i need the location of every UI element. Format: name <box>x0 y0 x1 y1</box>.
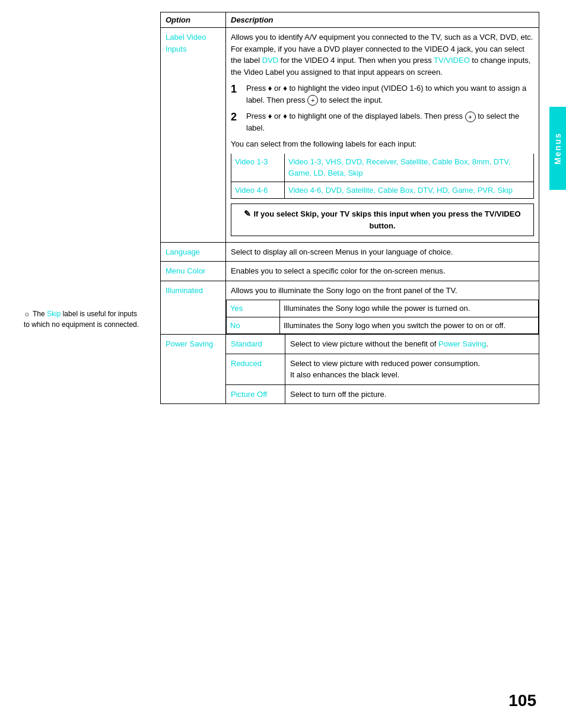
table-row-power-saving: Power Saving Standard Select to view pic… <box>161 335 539 354</box>
desc-label-video: Allows you to identify A/V equipment you… <box>226 28 539 243</box>
side-tab: Menus <box>549 107 566 190</box>
enter-button-icon-2: + <box>465 112 476 122</box>
option-no: No <box>227 317 280 334</box>
video-range-2: Video 4-6 <box>231 182 285 199</box>
option-yes: Yes <box>227 300 280 317</box>
option-picture-off: Picture Off <box>226 384 285 404</box>
option-label-video: Label Video Inputs <box>161 28 226 243</box>
desc-illuminated-intro: Allows you to illuminate the Sony logo o… <box>226 281 539 300</box>
desc-standard: Select to view picture without the benef… <box>285 335 539 354</box>
header-option: Option <box>161 12 226 28</box>
desc-picture-off: Select to turn off the picture. <box>285 384 539 404</box>
video-labels-1: Video 1-3, VHS, DVD, Receiver, Satellite… <box>285 154 534 182</box>
video-row-1-3: Video 1-3 Video 1-3, VHS, DVD, Receiver,… <box>231 154 534 182</box>
video-labels-table: Video 1-3 Video 1-3, VHS, DVD, Receiver,… <box>231 154 534 199</box>
skip-note-box: ✎If you select Skip, your TV skips this … <box>231 204 534 236</box>
illuminated-options-table: Yes Illuminates the Sony logo while the … <box>226 300 539 334</box>
video-range-1: Video 1-3 <box>231 154 285 182</box>
illuminated-yes: Yes Illuminates the Sony logo while the … <box>227 300 539 317</box>
main-table: Option Description Label Video Inputs Al… <box>160 12 539 404</box>
step-2: 2 Press ♦ or ♦ to highlight one of the d… <box>231 110 534 133</box>
desc-reduced: Select to view picture with reduced powe… <box>285 354 539 384</box>
side-note: ☼The Skip label is useful for inputs to … <box>24 309 139 330</box>
table-row-illuminated: Illuminated Allows you to illuminate the… <box>161 281 539 300</box>
side-tab-label: Menus <box>553 132 562 164</box>
note-pencil-icon: ✎ <box>244 209 251 218</box>
video-row-4-6: Video 4-6 Video 4-6, DVD, Satellite, Cab… <box>231 182 534 199</box>
option-illuminated: Illuminated <box>161 281 226 335</box>
desc-language: Select to display all on-screen Menus in… <box>226 242 539 262</box>
desc-yes: Illuminates the Sony logo while the powe… <box>280 300 539 317</box>
desc-menu-color: Enables you to select a specific color f… <box>226 262 539 281</box>
enter-button-icon: + <box>307 95 318 106</box>
skip-link: Skip <box>47 310 61 318</box>
table-row-language: Language Select to display all on-screen… <box>161 242 539 262</box>
main-content: Option Description Label Video Inputs Al… <box>160 12 539 404</box>
illuminated-sub-options: Yes Illuminates the Sony logo while the … <box>226 300 539 335</box>
option-menu-color: Menu Color <box>161 262 226 281</box>
video-labels-2: Video 4-6, DVD, Satellite, Cable Box, DT… <box>285 182 534 199</box>
table-row: Label Video Inputs Allows you to identif… <box>161 28 539 243</box>
option-language: Language <box>161 242 226 262</box>
desc-no: Illuminates the Sony logo when you switc… <box>280 317 539 334</box>
option-reduced: Reduced <box>226 354 285 384</box>
page-number: 105 <box>508 691 536 710</box>
note-icon: ☼ <box>24 309 30 319</box>
step-1: 1 Press ♦ or ♦ to highlight the video in… <box>231 82 534 106</box>
illuminated-no: No Illuminates the Sony logo when you sw… <box>227 317 539 334</box>
option-power-saving: Power Saving <box>161 335 226 404</box>
table-row-menu-color: Menu Color Enables you to select a speci… <box>161 262 539 281</box>
option-standard: Standard <box>226 335 285 354</box>
header-description: Description <box>226 12 539 28</box>
